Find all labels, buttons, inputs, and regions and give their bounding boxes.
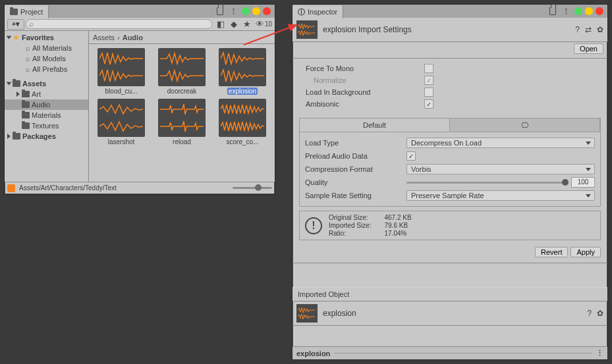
disclosure-icon[interactable]: [7, 134, 11, 139]
search-by-label-icon[interactable]: ◆: [229, 20, 238, 29]
create-button[interactable]: +▾: [7, 19, 24, 30]
breadcrumb[interactable]: Assets › Audio: [89, 31, 275, 44]
thumbnail-size-slider[interactable]: [233, 187, 272, 189]
asset-grid: blood_cu...doorcreakexplosionlasershotre…: [89, 44, 275, 182]
chevron-right-icon: ›: [117, 34, 120, 41]
inspector-panel: ⓘ Inspector ⋮ explosion Import Settings …: [292, 4, 608, 360]
ratio-value: 17.04%: [384, 230, 411, 237]
platform-tabs: Default 🖵: [300, 118, 600, 132]
breadcrumb-root[interactable]: Assets: [93, 34, 115, 41]
asset-icon: [7, 184, 15, 192]
preset-icon[interactable]: ⇄: [585, 25, 592, 34]
folder-icon: [22, 91, 30, 97]
lock-icon[interactable]: [217, 7, 223, 15]
waveform-icon: [97, 48, 145, 86]
close-button[interactable]: [596, 7, 603, 15]
help-icon[interactable]: ?: [587, 309, 592, 318]
help-icon[interactable]: ?: [575, 25, 580, 34]
folder-icon: [13, 133, 20, 140]
project-panel: Project ⋮ +▾ ◧ ◆ ★ 👁10 ★ Favorites ⌕All: [4, 4, 275, 195]
close-button[interactable]: [263, 7, 271, 15]
sample-rate-row: Sample Rate Setting Preserve Sample Rate: [305, 189, 595, 202]
load-type-row: Load Type Decompress On Load: [305, 136, 595, 149]
open-button[interactable]: Open: [574, 43, 603, 54]
breadcrumb-current[interactable]: Audio: [123, 34, 143, 41]
search-input[interactable]: [26, 19, 212, 29]
preview-bar[interactable]: explosion ⋮: [292, 346, 607, 359]
compression-dropdown[interactable]: Vorbis: [406, 164, 595, 174]
gear-icon[interactable]: ✿: [597, 309, 603, 318]
info-icon: !: [305, 217, 322, 234]
asset-name: score_co...: [227, 138, 259, 145]
favorite-item[interactable]: ⌕All Prefabs: [5, 64, 88, 74]
packages-header[interactable]: Packages: [5, 131, 88, 142]
load-in-bg-checkbox[interactable]: [424, 88, 433, 97]
maximize-button[interactable]: [574, 7, 582, 15]
favorite-item[interactable]: ⌕All Materials: [5, 43, 88, 53]
folder-item-materials[interactable]: Materials: [5, 110, 88, 120]
search-icon: ⌕: [26, 65, 30, 73]
apply-button[interactable]: Apply: [570, 247, 601, 257]
favorite-save-icon[interactable]: ★: [242, 20, 252, 29]
folder-icon: [13, 80, 20, 87]
minimize-button[interactable]: [585, 7, 593, 15]
imported-size-value: 79.6 KB: [384, 222, 411, 229]
favorites-header[interactable]: ★ Favorites: [5, 32, 88, 43]
project-content: Assets › Audio blood_cu...doorcreakexplo…: [89, 31, 275, 182]
inspector-tab[interactable]: ⓘ Inspector: [292, 5, 343, 18]
load-type-label: Load Type: [305, 139, 404, 147]
preload-checkbox[interactable]: ✓: [406, 151, 416, 161]
search-by-type-icon[interactable]: ◧: [216, 20, 225, 29]
asset-name: lasershot: [108, 138, 135, 145]
disclosure-icon[interactable]: [7, 36, 12, 39]
asset-item[interactable]: blood_cu...: [93, 48, 150, 95]
force-to-mono-label: Force To Mono: [306, 65, 424, 72]
quality-slider[interactable]: [406, 182, 569, 184]
minimize-button[interactable]: [252, 7, 260, 15]
gear-icon[interactable]: ✿: [597, 25, 603, 34]
disclosure-icon[interactable]: [16, 91, 20, 97]
load-type-dropdown[interactable]: Decompress On Load: [406, 138, 595, 148]
preview-name: explosion: [296, 350, 330, 357]
maximize-button[interactable]: [242, 7, 250, 15]
project-tab[interactable]: Project: [5, 5, 49, 18]
asset-item[interactable]: lasershot: [93, 99, 150, 145]
platform-tab-standalone[interactable]: 🖵: [450, 118, 600, 132]
project-toolbar: +▾ ◧ ◆ ★ 👁10: [5, 18, 275, 31]
hidden-items-icon[interactable]: 👁10: [256, 20, 272, 29]
imported-object-header: explosion ? ✿: [292, 301, 607, 326]
asset-item[interactable]: reload: [153, 99, 210, 145]
folder-item-audio[interactable]: Audio: [5, 99, 88, 110]
platform-settings: Default 🖵 Load Type Decompress On Load P…: [299, 118, 601, 207]
favorites-label: Favorites: [22, 34, 54, 41]
favorite-item[interactable]: ⌕All Models: [5, 53, 88, 64]
force-to-mono-checkbox[interactable]: [424, 64, 433, 73]
sample-rate-dropdown[interactable]: Preserve Sample Rate: [406, 190, 595, 201]
project-sidebar: ★ Favorites ⌕All Materials ⌕All Models ⌕…: [5, 31, 89, 182]
asset-item[interactable]: score_co...: [214, 99, 271, 145]
assets-label: Assets: [22, 80, 46, 88]
asset-item[interactable]: explosion: [214, 48, 271, 95]
folder-item-textures[interactable]: Textures: [5, 120, 88, 131]
search-icon: ⌕: [26, 55, 30, 63]
imported-object-name: explosion: [323, 309, 582, 318]
imported-size-label: Imported Size:: [329, 222, 371, 229]
quality-row: Quality 100: [305, 176, 595, 189]
sample-rate-label: Sample Rate Setting: [305, 192, 404, 199]
revert-button[interactable]: Revert: [535, 247, 568, 257]
import-info: ! Original Size: Imported Size: Ratio: 4…: [299, 211, 601, 240]
ambisonic-checkbox[interactable]: ✓: [424, 99, 433, 109]
quality-value[interactable]: 100: [571, 177, 595, 188]
panel-menu-icon[interactable]: ⋮: [559, 7, 574, 16]
panel-menu-icon[interactable]: ⋮: [226, 7, 242, 16]
packages-label: Packages: [22, 132, 56, 140]
asset-item[interactable]: doorcreak: [153, 48, 210, 95]
search-icon: ⌕: [26, 44, 30, 52]
assets-header[interactable]: Assets: [5, 78, 88, 89]
disclosure-icon[interactable]: [7, 82, 12, 86]
preview-menu-icon[interactable]: ⋮: [596, 349, 603, 357]
folder-icon: [22, 112, 30, 118]
platform-tab-default[interactable]: Default: [300, 118, 450, 132]
lock-icon[interactable]: [549, 7, 556, 15]
folder-item-art[interactable]: Art: [5, 89, 88, 99]
